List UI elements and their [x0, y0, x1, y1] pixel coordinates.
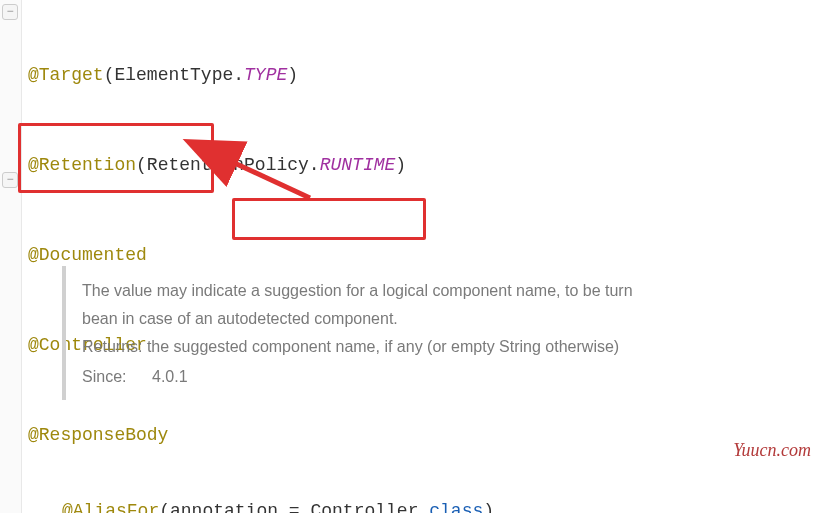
annotation: @Target: [28, 65, 104, 85]
fold-icon[interactable]: −: [2, 172, 18, 188]
enum-constant: RUNTIME: [320, 155, 396, 175]
code-line: @Target(ElementType.TYPE): [28, 60, 819, 90]
annotation: @Documented: [28, 245, 147, 265]
annotation: @Retention: [28, 155, 136, 175]
watermark: Yuucn.com: [733, 440, 811, 461]
keyword-class: class: [429, 501, 483, 513]
doc-line: bean in case of an autodetected componen…: [82, 306, 786, 332]
doc-since: Since:4.0.1: [82, 364, 786, 390]
doc-line: The value may indicate a suggestion for …: [82, 278, 786, 304]
editor-gutter: − −: [0, 0, 22, 513]
since-label: Since:: [82, 364, 152, 390]
doc-returns: Returns: the suggested component name, i…: [82, 334, 786, 360]
code-line: @AliasFor(annotation = Controller.class): [62, 496, 494, 513]
fold-icon[interactable]: −: [2, 4, 18, 20]
code-post-doc: @AliasFor(annotation = Controller.class)…: [62, 436, 494, 513]
code-line: @Retention(RetentionPolicy.RUNTIME): [28, 150, 819, 180]
since-value: 4.0.1: [152, 368, 188, 385]
annotation: @AliasFor: [62, 501, 159, 513]
enum-constant: TYPE: [244, 65, 287, 85]
javadoc-block: The value may indicate a suggestion for …: [62, 266, 802, 400]
